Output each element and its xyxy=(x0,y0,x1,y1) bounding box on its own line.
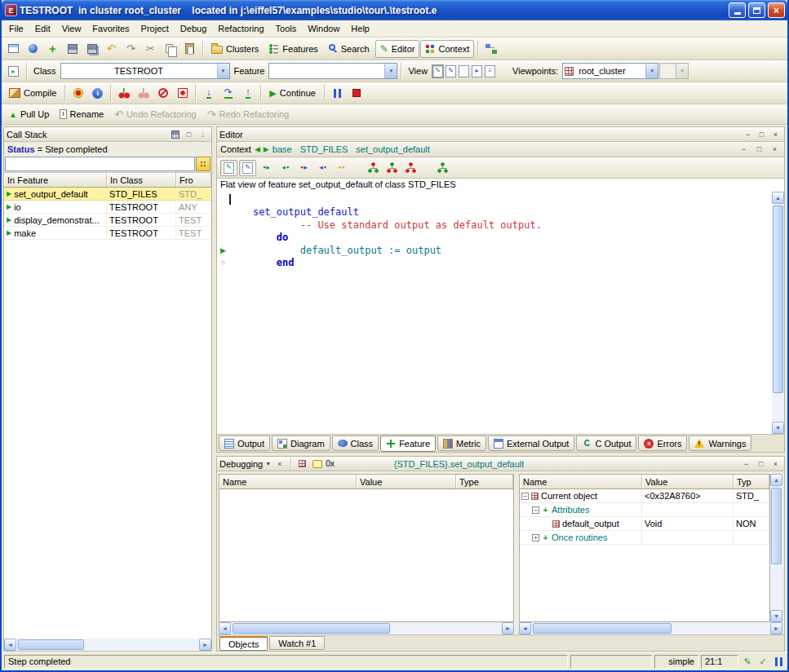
search-button[interactable]: Search xyxy=(324,40,375,58)
scroll-left-button[interactable]: ◄ xyxy=(219,622,231,634)
breakpoint-gutter[interactable]: ▶ xyxy=(217,246,229,254)
remove-breakpoints-icon[interactable] xyxy=(153,84,172,102)
implementers-icon[interactable] xyxy=(402,160,419,176)
copy-icon[interactable] xyxy=(161,40,180,58)
tab-warnings[interactable]: Warnings xyxy=(689,435,751,451)
expand-toggle-icon[interactable]: − xyxy=(532,506,539,514)
stop-icon[interactable] xyxy=(348,84,366,102)
objects-table-hscrollbar[interactable]: ◄ ► xyxy=(519,622,782,634)
scrollbar-thumb[interactable] xyxy=(18,639,84,650)
descendant-versions-icon[interactable] xyxy=(383,160,401,176)
show-callees-icon[interactable]: ◂▪ xyxy=(277,160,294,176)
open-in-editor-icon[interactable]: ✎ xyxy=(239,160,256,176)
code-line[interactable]: -- Use standard output as default output… xyxy=(217,219,772,232)
edit-feature-icon[interactable]: ✎ xyxy=(220,160,237,176)
info-icon[interactable]: i xyxy=(88,84,107,102)
call-stack-row[interactable]: ▶set_output_defaultSTD_FILESSTD_ xyxy=(4,188,211,201)
tab-errors[interactable]: xErrors xyxy=(638,435,687,451)
text-view-icon[interactable] xyxy=(459,65,469,77)
column-header[interactable]: Fro xyxy=(176,173,211,187)
context-crumb[interactable]: base xyxy=(273,144,292,154)
menu-favorites[interactable]: Favorites xyxy=(86,21,135,36)
show-assignees-icon[interactable]: ◂▪ xyxy=(314,160,331,176)
continue-button[interactable]: ▶Continue xyxy=(264,84,321,102)
menu-tools[interactable]: Tools xyxy=(270,21,303,36)
editor-titlebar[interactable]: Editor − □ × xyxy=(217,127,784,142)
back-icon[interactable]: ◀ xyxy=(255,145,260,153)
forward-icon[interactable]: ▶ xyxy=(264,145,269,153)
hex-format-icon[interactable] xyxy=(311,458,323,470)
cut-icon[interactable]: ✂ xyxy=(141,40,160,58)
scrollbar-track[interactable] xyxy=(16,639,199,651)
column-header[interactable]: Value xyxy=(357,475,456,489)
object-tree-row[interactable]: −+Attributes xyxy=(520,503,769,517)
creators-icon[interactable] xyxy=(434,160,451,176)
scrollbar-track[interactable] xyxy=(231,622,502,634)
scroll-right-button[interactable]: ► xyxy=(199,639,211,651)
call-stack-header[interactable]: In FeatureIn ClassFro xyxy=(4,173,211,188)
context-crumb[interactable]: STD_FILES xyxy=(300,144,348,154)
breakpoint-gutter[interactable]: ○ xyxy=(217,259,229,267)
scrollbar-thumb[interactable] xyxy=(233,623,390,634)
tab-objects[interactable]: Objects xyxy=(219,636,268,651)
viewpoints-combobox[interactable]: root_cluster ▼ xyxy=(562,63,658,79)
flat-view-icon[interactable]: ▸ xyxy=(472,65,482,77)
clusters-button[interactable]: Clusters xyxy=(206,40,264,58)
menu-help[interactable]: Help xyxy=(345,21,375,36)
call-stack-row[interactable]: ▶display_demonstrat...TESTROOTTEST xyxy=(4,214,211,227)
scroll-right-button[interactable]: ► xyxy=(502,622,514,634)
minimize-button[interactable] xyxy=(729,2,746,18)
object-tree-row[interactable]: default_outputVoidNON xyxy=(520,517,769,531)
feature-dropdown-icon[interactable]: ▼ xyxy=(384,64,397,78)
disable-breakpoints-icon[interactable] xyxy=(134,84,153,102)
scroll-left-button[interactable]: ◄ xyxy=(4,639,16,651)
debugging-minimize-icon[interactable]: − xyxy=(740,458,752,470)
menu-refactoring[interactable]: Refactoring xyxy=(212,21,269,36)
code-line[interactable]: set_output_default xyxy=(217,206,772,219)
scrollbar-track[interactable] xyxy=(531,622,770,634)
code-line[interactable]: do xyxy=(217,232,772,245)
tab-watch-1[interactable]: Watch #1 xyxy=(269,636,325,650)
tab-output[interactable]: Output xyxy=(219,435,270,451)
pause-icon[interactable] xyxy=(328,84,347,102)
drop-object-icon[interactable] xyxy=(296,458,308,470)
editor-vscrollbar[interactable]: ▲ ▼ xyxy=(772,192,784,434)
context-toggle-button[interactable]: Context xyxy=(420,40,474,58)
redo-icon[interactable]: ↷ xyxy=(122,40,140,58)
code-line[interactable] xyxy=(217,193,772,206)
tab-external-output[interactable]: External Output xyxy=(488,435,574,451)
scroll-down-button[interactable]: ▼ xyxy=(770,610,782,622)
scrollbar-thumb[interactable] xyxy=(533,623,672,634)
maximize-button[interactable] xyxy=(748,2,765,18)
debugging-titlebar[interactable]: Debugging ▼ × 0x {STD_FILES}.set_output_… xyxy=(217,457,784,471)
scroll-down-button[interactable]: ▼ xyxy=(772,422,784,434)
column-header[interactable]: Name xyxy=(219,475,357,489)
class-dropdown-icon[interactable]: ▼ xyxy=(217,64,229,78)
send-to-editor-icon[interactable]: ▸ xyxy=(4,62,23,80)
object-tree-row[interactable]: −Current object<0x32A8760>STD_ xyxy=(520,489,769,503)
column-header[interactable]: In Class xyxy=(107,173,176,187)
column-header[interactable]: Name xyxy=(520,475,642,489)
call-stack-titlebar[interactable]: Call Stack □ ↓ xyxy=(4,127,211,142)
redo-refactoring-button[interactable]: ↷Redo Refactoring xyxy=(202,105,295,123)
object-tree-row[interactable]: ++Once routines xyxy=(520,531,769,545)
column-header[interactable]: Type xyxy=(456,475,513,489)
tab-feature[interactable]: Feature xyxy=(380,435,436,452)
objects-table-vscrollbar[interactable]: ▲ ▼ xyxy=(770,474,782,622)
pull-up-button[interactable]: ▲Pull Up xyxy=(4,105,54,123)
new-window-icon[interactable] xyxy=(4,40,23,58)
save-stack-icon[interactable] xyxy=(169,129,181,140)
scroll-up-button[interactable]: ▲ xyxy=(772,192,784,204)
class-combobox[interactable]: TESTROOT ▼ xyxy=(60,63,230,79)
stack-filter-input[interactable] xyxy=(5,157,195,171)
tab-diagram[interactable]: Diagram xyxy=(272,435,330,451)
features-button[interactable]: Features xyxy=(264,40,322,58)
stack-options-icon[interactable] xyxy=(196,157,211,171)
watch-table-header[interactable]: NameValueType xyxy=(219,475,513,489)
step-out-icon[interactable]: ↑ xyxy=(238,84,257,102)
scrollbar-track[interactable] xyxy=(770,486,782,610)
code-line[interactable]: ○ end xyxy=(217,257,772,270)
menu-file[interactable]: File xyxy=(3,21,29,36)
undo-refactoring-button[interactable]: ↶Undo Refactoring xyxy=(109,105,202,123)
new-feature-icon[interactable]: + xyxy=(43,40,62,58)
